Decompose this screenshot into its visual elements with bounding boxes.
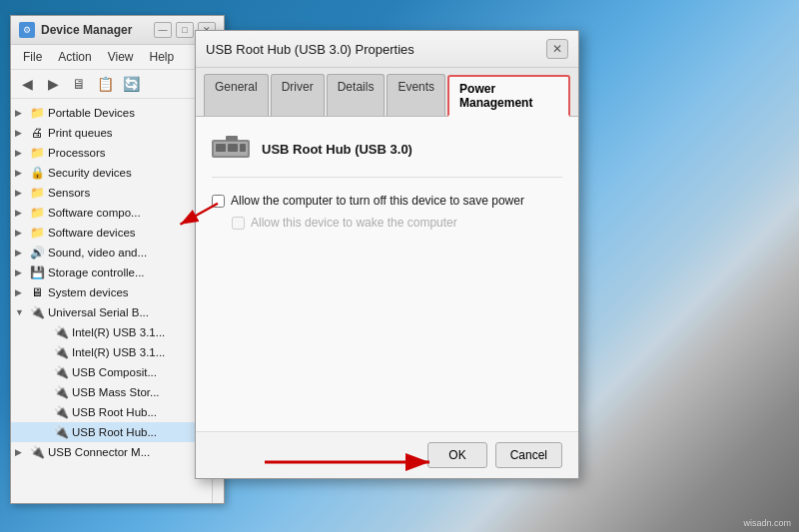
menu-file[interactable]: File [15, 47, 50, 67]
mass-icon: 🔌 [53, 384, 69, 400]
device-manager-window: ⚙ Device Manager — □ ✕ File Action View … [10, 15, 225, 504]
system-icon: 🖥 [29, 284, 45, 300]
sensors-icon: 📁 [29, 185, 45, 201]
menu-action[interactable]: Action [50, 47, 99, 67]
expander-system: ▶ [15, 287, 29, 297]
expander-processors: ▶ [15, 148, 29, 158]
power-management-section: Allow the computer to turn off this devi… [212, 194, 562, 230]
dialog-close-button[interactable]: ✕ [546, 39, 568, 59]
tree-item-usb-root1[interactable]: 🔌 USB Root Hub... [11, 402, 224, 422]
sw-comp-label: Software compo... [48, 207, 141, 219]
root1-label: USB Root Hub... [72, 406, 157, 418]
tree-item-print[interactable]: ▶ 🖨 Print queues [11, 123, 224, 143]
tree-item-usb-mass[interactable]: 🔌 USB Mass Stor... [11, 382, 224, 402]
root1-icon: 🔌 [53, 404, 69, 420]
tree-item-usb-connector[interactable]: ▶ 🔌 USB Connector M... [11, 442, 224, 462]
device-manager-icon: ⚙ [19, 22, 35, 38]
intel1-label: Intel(R) USB 3.1... [72, 326, 165, 338]
expander-security: ▶ [15, 168, 29, 178]
back-button[interactable]: ◀ [15, 73, 39, 95]
sw-comp-icon: 📁 [29, 205, 45, 221]
menu-view[interactable]: View [100, 47, 142, 67]
device-tree: ▶ 📁 Portable Devices ▶ 🖨 Print queues ▶ … [11, 99, 224, 498]
allow-turnoff-checkbox[interactable] [212, 195, 225, 208]
tab-driver[interactable]: Driver [271, 74, 325, 116]
device-manager-content: ▶ 📁 Portable Devices ▶ 🖨 Print queues ▶ … [11, 99, 224, 498]
tab-power-management[interactable]: Power Management [447, 75, 570, 117]
minimize-button[interactable]: — [154, 22, 172, 38]
usb-icon: 🔌 [29, 304, 45, 320]
forward-button[interactable]: ▶ [41, 73, 65, 95]
allow-turnoff-label: Allow the computer to turn off this devi… [231, 194, 524, 208]
tree-item-usb[interactable]: ▼ 🔌 Universal Serial B... [11, 302, 224, 322]
tree-item-software-dev[interactable]: ▶ 📁 Software devices [11, 223, 224, 243]
dialog-footer: OK Cancel [196, 431, 578, 478]
dialog-title: USB Root Hub (USB 3.0) Properties [206, 42, 546, 57]
tree-item-processors[interactable]: ▶ 📁 Processors [11, 143, 224, 163]
tree-item-sensors[interactable]: ▶ 📁 Sensors [11, 183, 224, 203]
cancel-button[interactable]: Cancel [495, 442, 562, 468]
checkbox-row-2: Allow this device to wake the computer [212, 216, 562, 230]
mass-label: USB Mass Stor... [72, 386, 160, 398]
expander-sound: ▶ [15, 248, 29, 258]
tree-item-software-comp[interactable]: ▶ 📁 Software compo... [11, 203, 224, 223]
tab-details[interactable]: Details [327, 74, 386, 116]
portable-label: Portable Devices [48, 107, 135, 119]
watermark: wisadn.com [743, 518, 791, 528]
processors-icon: 📁 [29, 145, 45, 161]
device-manager-titlebar: ⚙ Device Manager — □ ✕ [11, 16, 224, 45]
menu-help[interactable]: Help [142, 47, 183, 67]
ok-button[interactable]: OK [427, 442, 486, 468]
expander-sensors: ▶ [15, 188, 29, 198]
tree-item-intel-usb1[interactable]: 🔌 Intel(R) USB 3.1... [11, 322, 224, 342]
device-manager-toolbar: ◀ ▶ 🖥 📋 🔄 [11, 70, 224, 99]
computer-icon-btn[interactable]: 🖥 [67, 73, 91, 95]
tree-item-portable[interactable]: ▶ 📁 Portable Devices [11, 103, 224, 123]
properties-dialog: USB Root Hub (USB 3.0) Properties ✕ Gene… [195, 30, 579, 479]
dialog-body: USB Root Hub (USB 3.0) Allow the compute… [196, 117, 578, 254]
connector-icon: 🔌 [29, 444, 45, 460]
dialog-tabs: General Driver Details Events Power Mana… [196, 68, 578, 117]
properties-btn[interactable]: 📋 [93, 73, 117, 95]
storage-icon: 💾 [29, 265, 45, 280]
sw-dev-label: Software devices [48, 227, 136, 239]
system-label: System devices [48, 286, 129, 298]
expander-sw-dev: ▶ [15, 228, 29, 238]
tab-events[interactable]: Events [387, 74, 445, 116]
tree-item-usb-root2[interactable]: 🔌 USB Root Hub... [11, 422, 224, 442]
storage-label: Storage controlle... [48, 266, 145, 278]
sound-icon: 🔊 [29, 245, 45, 261]
device-header: USB Root Hub (USB 3.0) [212, 133, 562, 178]
sw-dev-icon: 📁 [29, 225, 45, 241]
svg-rect-5 [226, 136, 238, 141]
tree-item-usb-composite[interactable]: 🔌 USB Composit... [11, 362, 224, 382]
usb-hub-icon [212, 136, 252, 162]
expander-connector: ▶ [15, 447, 29, 457]
sound-label: Sound, video and... [48, 247, 147, 259]
tree-item-system[interactable]: ▶ 🖥 System devices [11, 282, 224, 302]
expander-storage: ▶ [15, 267, 29, 277]
sensors-label: Sensors [48, 187, 90, 199]
tree-item-sound[interactable]: ▶ 🔊 Sound, video and... [11, 243, 224, 263]
expander-portable: ▶ [15, 108, 29, 118]
composite-icon: 🔌 [53, 364, 69, 380]
print-label: Print queues [48, 127, 113, 139]
allow-wake-label: Allow this device to wake the computer [251, 216, 457, 230]
refresh-btn[interactable]: 🔄 [119, 73, 143, 95]
security-icon: 🔒 [29, 165, 45, 181]
tab-general[interactable]: General [204, 74, 269, 116]
tree-item-security[interactable]: ▶ 🔒 Security devices [11, 163, 224, 183]
device-manager-title: Device Manager [41, 23, 148, 37]
dialog-titlebar: USB Root Hub (USB 3.0) Properties ✕ [196, 31, 578, 68]
intel2-label: Intel(R) USB 3.1... [72, 346, 165, 358]
tree-item-intel-usb2[interactable]: 🔌 Intel(R) USB 3.1... [11, 342, 224, 362]
expander-sw-comp: ▶ [15, 208, 29, 218]
processors-label: Processors [48, 147, 106, 159]
tree-item-storage[interactable]: ▶ 💾 Storage controlle... [11, 263, 224, 282]
portable-icon: 📁 [29, 105, 45, 121]
maximize-button[interactable]: □ [176, 22, 194, 38]
connector-label: USB Connector M... [48, 446, 150, 458]
svg-rect-2 [216, 144, 226, 152]
composite-label: USB Composit... [72, 366, 157, 378]
security-label: Security devices [48, 167, 132, 179]
